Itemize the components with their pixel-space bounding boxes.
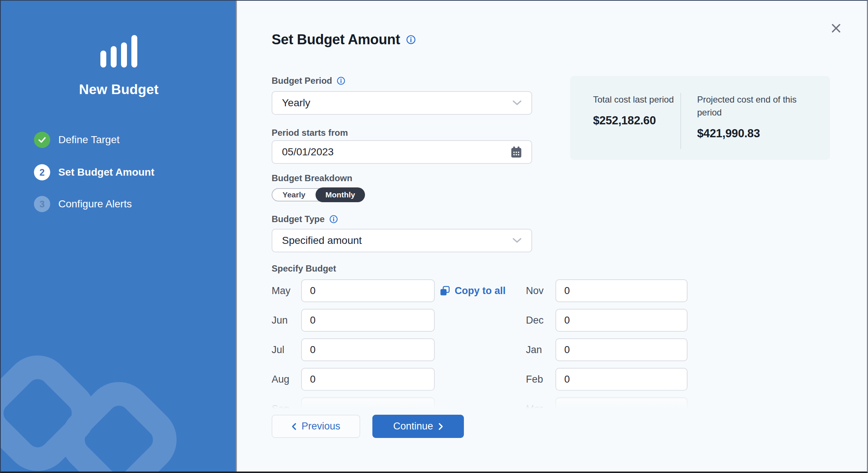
budget-type-label: Budget Type — [272, 214, 325, 224]
budget-month-input[interactable] — [555, 368, 688, 391]
breakdown-option-monthly[interactable]: Monthly — [316, 187, 365, 202]
total-cost-last-period-value: $252,182.60 — [593, 114, 675, 127]
page-title: Set Budget Amount — [272, 32, 400, 48]
period-start-date-value: 05/01/2023 — [282, 146, 334, 158]
info-icon[interactable] — [406, 35, 416, 45]
month-label: Aug — [272, 368, 289, 391]
period-starts-label: Period starts from — [272, 128, 348, 138]
chevron-right-icon — [438, 423, 443, 430]
copy-icon — [440, 286, 450, 296]
total-cost-last-period-label: Total cost last period — [593, 93, 675, 106]
budget-period-value: Yearly — [282, 97, 310, 109]
budget-type-select[interactable]: Specified amount — [272, 229, 532, 252]
month-label: Dec — [526, 309, 544, 332]
projected-cost-value: $421,990.83 — [697, 127, 813, 140]
cost-summary-card: Total cost last period $252,182.60 Proje… — [570, 76, 830, 160]
wizard-title: New Budget — [1, 82, 237, 97]
step-complete-check-icon — [34, 132, 50, 148]
projected-cost-label: Projected cost end of this period — [697, 93, 813, 119]
budget-month-input[interactable] — [555, 309, 688, 332]
close-icon[interactable] — [829, 21, 843, 35]
calendar-icon[interactable] — [511, 146, 522, 158]
step-label: Define Target — [58, 134, 120, 146]
step-label: Set Budget Amount — [58, 166, 154, 178]
budget-breakdown-toggle: Yearly Monthly — [272, 188, 365, 201]
step-define-target[interactable]: Define Target — [34, 132, 120, 148]
previous-button[interactable]: Previous — [272, 415, 360, 438]
period-start-date-input[interactable]: 05/01/2023 — [272, 140, 532, 164]
month-label: May — [272, 279, 290, 302]
monthly-budget-grid: May Copy to all Nov Jun Dec — [272, 279, 689, 427]
chevron-down-icon — [512, 100, 522, 106]
chevron-down-icon — [512, 238, 522, 244]
month-label: Feb — [526, 368, 543, 391]
chevron-left-icon — [292, 423, 296, 430]
info-icon[interactable] — [337, 76, 345, 85]
budget-period-label: Budget Period — [272, 76, 332, 86]
budget-breakdown-label: Budget Breakdown — [272, 173, 352, 183]
step-set-budget-amount[interactable]: 2 Set Budget Amount — [34, 164, 154, 180]
info-icon[interactable] — [329, 215, 338, 224]
main-panel: Set Budget Amount Budget Period Yearly — [237, 1, 867, 472]
breakdown-option-yearly[interactable]: Yearly — [272, 190, 316, 199]
copy-to-all-button[interactable]: Copy to all — [440, 279, 506, 302]
specify-budget-label: Specify Budget — [272, 263, 336, 274]
new-budget-modal: New Budget Define Target 2 Set Budget Am… — [0, 0, 868, 473]
step-number-badge: 3 — [34, 196, 50, 212]
budget-month-input[interactable] — [555, 279, 688, 302]
budget-month-input[interactable] — [301, 309, 435, 332]
step-label: Configure Alerts — [58, 198, 132, 210]
month-label: Jan — [526, 338, 542, 361]
budget-month-input[interactable] — [301, 279, 435, 302]
month-label: Nov — [526, 279, 544, 302]
month-label: Jul — [272, 338, 285, 361]
budget-month-input[interactable] — [301, 368, 435, 391]
month-label: Jun — [272, 309, 288, 332]
bar-chart-logo-icon — [100, 35, 137, 68]
step-configure-alerts[interactable]: 3 Configure Alerts — [34, 196, 132, 212]
budget-month-input[interactable] — [301, 338, 435, 361]
continue-button[interactable]: Continue — [372, 415, 464, 438]
brand-watermark-icon — [1, 1, 237, 472]
budget-period-select[interactable]: Yearly — [272, 91, 532, 115]
budget-type-value: Specified amount — [282, 235, 362, 246]
wizard-sidebar: New Budget Define Target 2 Set Budget Am… — [1, 1, 237, 472]
step-number-badge: 2 — [34, 164, 50, 180]
budget-month-input[interactable] — [555, 338, 688, 361]
